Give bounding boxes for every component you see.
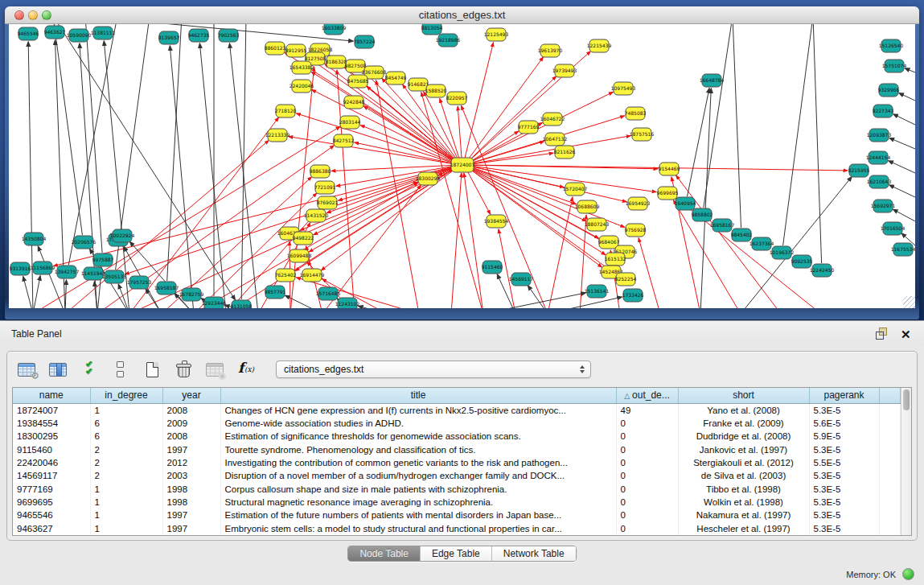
network-canvas[interactable]: 1872400788601238912955182260588127508165… bbox=[9, 24, 915, 308]
network-node[interactable]: 9115460 bbox=[482, 261, 503, 274]
network-table-selector[interactable]: citations_edges.txt bbox=[276, 360, 591, 378]
network-node[interactable]: 18300295 bbox=[416, 172, 441, 185]
cell-title[interactable]: Genome-wide association studies in ADHD. bbox=[220, 417, 616, 430]
cell-year[interactable]: 1997 bbox=[162, 443, 220, 456]
cell-title[interactable]: Estimation of significance thresholds fo… bbox=[220, 430, 616, 443]
show-columns-icon-button[interactable] bbox=[78, 358, 101, 381]
select-column-icon-button[interactable] bbox=[47, 358, 69, 381]
function-builder-icon-button[interactable] bbox=[235, 358, 257, 381]
cell-pagerank[interactable]: 5.6E-5 bbox=[809, 417, 879, 430]
cell-name[interactable]: 18724007 bbox=[13, 403, 90, 417]
network-node[interactable]: 19739493 bbox=[552, 64, 577, 77]
network-node[interactable]: 8860123 bbox=[265, 42, 286, 55]
cell-title[interactable]: Corpus callosum shape and size in male p… bbox=[220, 483, 616, 496]
tab-network-table[interactable]: Network Table bbox=[491, 546, 576, 561]
window-close-button[interactable] bbox=[14, 10, 24, 20]
cell-short[interactable]: Nakamura et al. (1997) bbox=[678, 509, 809, 521]
network-node[interactable]: 14350804 bbox=[22, 233, 47, 245]
network-node[interactable]: 1588520 bbox=[425, 84, 447, 97]
network-node[interactable]: 16237364 bbox=[749, 237, 774, 250]
network-node[interactable]: 15751074 bbox=[882, 60, 907, 72]
network-node[interactable]: 9975887 bbox=[92, 253, 114, 266]
table-row[interactable]: 977716911998Corpus callosum shape and si… bbox=[13, 483, 901, 496]
cell-name[interactable]: 22420046 bbox=[13, 456, 90, 469]
network-node[interactable]: 19613970 bbox=[538, 44, 563, 57]
network-node[interactable]: 10975493 bbox=[611, 82, 636, 95]
cell-pagerank[interactable]: 5.3E-5 bbox=[809, 483, 879, 496]
column-header-year[interactable]: year bbox=[162, 388, 220, 403]
cell-year[interactable]: 2009 bbox=[162, 417, 220, 430]
scrollbar-thumb[interactable] bbox=[903, 389, 910, 410]
cell-pagerank[interactable]: 5.3E-5 bbox=[809, 522, 879, 535]
cell-short[interactable]: Franke et al. (2009) bbox=[678, 417, 809, 430]
network-node[interactable]: 12444154 bbox=[866, 151, 891, 164]
network-node[interactable]: 12242450 bbox=[810, 264, 835, 277]
column-header-short[interactable]: short bbox=[678, 388, 809, 403]
column-header-title[interactable]: title bbox=[220, 388, 616, 403]
column-header-out-de-[interactable]: △out_de... bbox=[616, 388, 678, 403]
network-node[interactable]: 8769021 bbox=[317, 196, 339, 209]
network-node[interactable]: 11243102 bbox=[335, 298, 360, 308]
network-node[interactable]: 9465546 bbox=[18, 27, 39, 40]
cell-in-degree[interactable]: 1 bbox=[90, 483, 162, 496]
network-node[interactable]: 9858802 bbox=[692, 208, 713, 221]
network-node[interactable]: 15716485 bbox=[316, 287, 341, 300]
network-node[interactable]: 16210643 bbox=[867, 175, 892, 188]
network-node[interactable]: 1615132 bbox=[605, 253, 626, 266]
network-window[interactable]: citations_edges.txt 18724007886012389129… bbox=[5, 6, 919, 319]
table-row[interactable]: 946362711997Embryonic stem cells: a mode… bbox=[13, 522, 901, 535]
network-node[interactable]: 18724007 bbox=[450, 158, 475, 172]
table-mode-icon-button[interactable] bbox=[15, 358, 38, 381]
network-node[interactable]: 15126540 bbox=[879, 39, 904, 52]
network-node[interactable]: 15692971 bbox=[871, 200, 896, 212]
network-node[interactable]: 8211626 bbox=[554, 146, 576, 159]
cell-year[interactable]: 2012 bbox=[162, 456, 220, 469]
network-node[interactable]: 16543382 bbox=[290, 61, 314, 74]
network-node[interactable]: 9756928 bbox=[625, 224, 647, 237]
network-node[interactable]: 17016504 bbox=[881, 222, 906, 235]
network-node[interactable]: 16648784 bbox=[700, 74, 725, 87]
network-node[interactable]: 10688609 bbox=[575, 200, 600, 213]
network-node[interactable]: 9131058 bbox=[231, 300, 253, 308]
cell-name[interactable]: 9465546 bbox=[13, 509, 90, 521]
network-node[interactable]: 9463627 bbox=[44, 26, 66, 39]
cell-short[interactable]: Dudbridge et al. (2008) bbox=[678, 430, 809, 443]
cell-pagerank[interactable]: 5.3E-5 bbox=[809, 443, 879, 456]
network-node[interactable]: 12213339 bbox=[265, 129, 290, 142]
delete-table-icon-button[interactable] bbox=[203, 358, 226, 381]
network-node[interactable]: 11381111 bbox=[91, 27, 116, 39]
network-node[interactable]: 10196372 bbox=[770, 246, 795, 259]
delete-columns-icon-button[interactable] bbox=[172, 358, 195, 381]
cell-year[interactable]: 1998 bbox=[162, 483, 220, 496]
window-resize-grip[interactable] bbox=[903, 296, 915, 308]
cell-out-de-[interactable]: 0 bbox=[616, 430, 678, 443]
cell-title[interactable]: Estimation of the future numbers of pati… bbox=[220, 509, 616, 521]
cell-out-de-[interactable]: 49 bbox=[616, 403, 678, 417]
network-node[interactable]: 8912955 bbox=[285, 44, 307, 57]
cell-short[interactable]: Hescheler et al. (1997) bbox=[678, 522, 809, 535]
network-node[interactable]: 19218986 bbox=[436, 34, 461, 47]
memory-status-indicator[interactable] bbox=[902, 568, 914, 580]
network-node[interactable]: 8186328 bbox=[326, 56, 347, 68]
close-panel-icon[interactable] bbox=[901, 328, 913, 340]
tab-edge-table[interactable]: Edge Table bbox=[420, 546, 491, 561]
cell-title[interactable]: Changes of HCN gene expression and I(f) … bbox=[220, 403, 616, 417]
cell-pagerank[interactable]: 5.9E-5 bbox=[809, 430, 879, 443]
network-node[interactable]: 9498222 bbox=[293, 232, 314, 245]
network-node[interactable]: 8454749 bbox=[385, 72, 407, 84]
network-node[interactable]: 14569117 bbox=[509, 273, 534, 286]
table-row[interactable]: 946554611997Estimation of the future num… bbox=[13, 509, 901, 521]
table-row[interactable]: 969969511998Structural magnetic resonanc… bbox=[13, 496, 901, 509]
cell-short[interactable]: Stergiakouli et al. (2012) bbox=[678, 456, 809, 469]
network-node[interactable]: 15720407 bbox=[563, 183, 588, 196]
network-node[interactable]: 9777169 bbox=[518, 121, 540, 134]
network-node[interactable]: 8220957 bbox=[446, 92, 468, 105]
network-node[interactable]: 13942757 bbox=[55, 266, 80, 278]
network-node[interactable]: 10590090 bbox=[67, 29, 92, 42]
network-node[interactable]: 12215439 bbox=[587, 39, 612, 52]
network-node[interactable]: 1640954 bbox=[675, 197, 696, 210]
cell-pagerank[interactable]: 5.3E-5 bbox=[809, 469, 879, 482]
network-node[interactable]: 18757516 bbox=[630, 128, 655, 141]
network-node[interactable]: 19384554 bbox=[484, 215, 509, 228]
network-node[interactable]: 20206576 bbox=[72, 236, 97, 249]
